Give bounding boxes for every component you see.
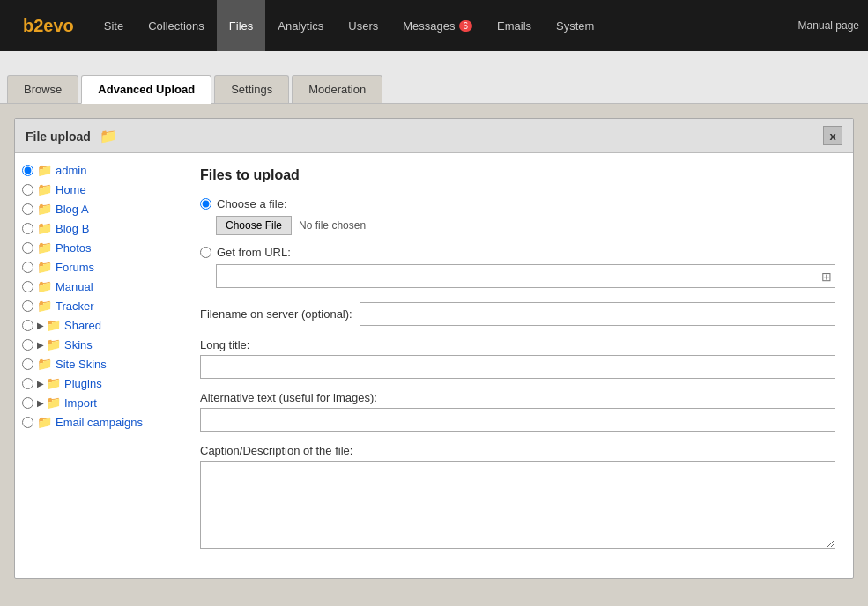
file-upload-panel: File upload 📁 x 📁 admin 📁 Home <box>14 118 854 579</box>
tree-item-home[interactable]: 📁 Home <box>15 180 182 199</box>
folder-radio-home[interactable] <box>22 184 33 196</box>
long-title-label: Long title: <box>200 338 835 351</box>
tree-item-admin[interactable]: 📁 admin <box>15 160 182 180</box>
tree-item-forums[interactable]: 📁 Forums <box>15 257 182 277</box>
panel-title: File upload 📁 <box>26 128 117 144</box>
alt-text-field: Alternative text (useful for images): <box>200 391 835 432</box>
nav-analytics[interactable]: Analytics <box>265 0 336 51</box>
nav-files[interactable]: Files <box>217 0 265 51</box>
get-from-url-label: Get from URL: <box>217 246 291 259</box>
filename-field: Filename on server (optional): <box>200 302 835 326</box>
folder-radio-email-campaigns[interactable] <box>22 417 33 428</box>
app-logo: b2evo <box>9 16 88 36</box>
folder-radio-manual[interactable] <box>22 281 33 292</box>
arrow-icon-import: ▶ <box>37 398 44 408</box>
tree-item-import[interactable]: ▶ 📁 Import <box>15 393 182 412</box>
panel-folder-icon: 📁 <box>100 129 117 144</box>
caption-textarea[interactable] <box>200 461 835 549</box>
panel-header: File upload 📁 x <box>15 119 853 153</box>
tree-item-email-campaigns[interactable]: 📁 Email campaigns <box>15 412 182 432</box>
manual-page-link[interactable]: Manual page <box>798 19 859 32</box>
folder-radio-shared[interactable] <box>22 320 33 331</box>
choose-file-button[interactable]: Choose File <box>216 216 292 235</box>
tab-settings[interactable]: Settings <box>214 75 289 103</box>
folder-icon-admin: 📁 <box>37 163 52 177</box>
top-navigation: b2evo Site Collections Files Analytics U… <box>0 0 868 51</box>
file-chooser-row: Choose File No file chosen <box>200 216 835 235</box>
nav-site[interactable]: Site <box>92 0 136 51</box>
folder-icon-home: 📁 <box>37 182 52 196</box>
tab-advanced-upload[interactable]: Advanced Upload <box>81 75 211 104</box>
upload-form: Files to upload Choose a file: Choose Fi… <box>182 153 853 578</box>
choose-file-label: Choose a file: <box>217 197 287 211</box>
folder-icon-site-skins: 📁 <box>37 357 52 371</box>
main-content: File upload 📁 x 📁 admin 📁 Home <box>0 104 868 606</box>
long-title-field: Long title: <box>200 338 835 379</box>
folder-icon-blog-b: 📁 <box>37 221 52 235</box>
folder-icon-blog-a: 📁 <box>37 202 52 216</box>
folder-radio-forums[interactable] <box>22 262 33 273</box>
folder-radio-tracker[interactable] <box>22 300 33 312</box>
alt-text-label: Alternative text (useful for images): <box>200 391 835 404</box>
folder-radio-admin[interactable] <box>22 165 33 176</box>
tab-browse[interactable]: Browse <box>7 75 78 103</box>
panel-body: 📁 admin 📁 Home 📁 Blog A <box>15 153 853 578</box>
tree-item-site-skins[interactable]: 📁 Site Skins <box>15 354 182 373</box>
url-input-icon: ⊞ <box>821 270 832 284</box>
filename-input[interactable] <box>360 302 835 326</box>
long-title-input[interactable] <box>200 355 835 379</box>
folder-radio-plugins[interactable] <box>22 378 33 389</box>
folder-radio-blog-a[interactable] <box>22 203 33 215</box>
nav-emails[interactable]: Emails <box>485 0 544 51</box>
tree-item-plugins[interactable]: ▶ 📁 Plugins <box>15 373 182 393</box>
nav-messages[interactable]: Messages 6 <box>390 0 485 51</box>
tab-moderation[interactable]: Moderation <box>292 75 382 103</box>
folder-icon-import: 📁 <box>46 395 61 410</box>
choose-file-radio-row: Choose a file: <box>200 197 835 211</box>
tree-item-tracker[interactable]: 📁 Tracker <box>15 296 182 315</box>
folder-radio-photos[interactable] <box>22 242 33 254</box>
folder-icon-email-campaigns: 📁 <box>37 415 52 429</box>
folder-icon-plugins: 📁 <box>46 376 61 390</box>
arrow-icon-shared: ▶ <box>37 321 44 330</box>
sub-tab-bar: Browse Advanced Upload Settings Moderati… <box>0 51 868 104</box>
get-from-url-radio[interactable] <box>200 247 211 258</box>
no-file-label: No file chosen <box>299 219 366 232</box>
messages-badge: 6 <box>459 20 473 32</box>
caption-field: Caption/Description of the file: <box>200 444 835 551</box>
tree-item-shared[interactable]: ▶ 📁 Shared <box>15 315 182 335</box>
caption-label: Caption/Description of the file: <box>200 444 835 457</box>
arrow-icon-plugins: ▶ <box>37 379 44 388</box>
arrow-icon-skins: ▶ <box>37 340 44 350</box>
folder-radio-site-skins[interactable] <box>22 358 33 370</box>
url-input[interactable] <box>216 264 835 288</box>
url-input-row: ⊞ <box>200 264 835 288</box>
tree-item-skins[interactable]: ▶ 📁 Skins <box>15 335 182 354</box>
filename-label: Filename on server (optional): <box>200 307 352 321</box>
tree-item-blog-b[interactable]: 📁 Blog B <box>15 218 182 238</box>
folder-icon-shared: 📁 <box>46 318 61 332</box>
nav-system[interactable]: System <box>544 0 606 51</box>
folder-radio-skins[interactable] <box>22 339 33 351</box>
folder-tree: 📁 admin 📁 Home 📁 Blog A <box>15 153 182 578</box>
upload-form-title: Files to upload <box>200 167 835 183</box>
nav-collections[interactable]: Collections <box>136 0 217 51</box>
folder-icon-manual: 📁 <box>37 279 52 293</box>
folder-icon-tracker: 📁 <box>37 299 52 313</box>
nav-users[interactable]: Users <box>336 0 390 51</box>
choose-file-radio[interactable] <box>200 198 211 210</box>
folder-icon-forums: 📁 <box>37 260 52 274</box>
alt-text-input[interactable] <box>200 408 835 432</box>
get-from-url-radio-row: Get from URL: <box>200 246 835 259</box>
folder-radio-import[interactable] <box>22 397 33 409</box>
tree-item-manual[interactable]: 📁 Manual <box>15 277 182 296</box>
tree-item-blog-a[interactable]: 📁 Blog A <box>15 199 182 218</box>
folder-radio-blog-b[interactable] <box>22 223 33 234</box>
folder-icon-photos: 📁 <box>37 240 52 255</box>
tree-item-photos[interactable]: 📁 Photos <box>15 238 182 257</box>
panel-close-button[interactable]: x <box>823 126 842 145</box>
folder-icon-skins: 📁 <box>46 337 61 351</box>
